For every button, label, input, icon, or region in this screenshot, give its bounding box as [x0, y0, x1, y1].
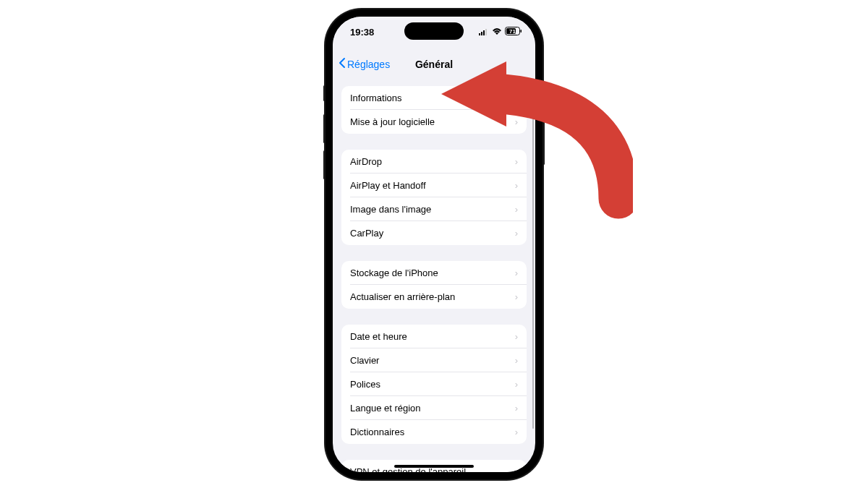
row-polices[interactable]: Polices › [341, 372, 527, 396]
svg-rect-0 [479, 33, 480, 35]
svg-text:71: 71 [509, 28, 516, 35]
chevron-right-icon: › [515, 156, 518, 167]
settings-group: Informations › Mise à jour logicielle › [341, 86, 527, 134]
row-informations[interactable]: Informations › [341, 86, 527, 110]
svg-rect-3 [485, 29, 487, 35]
volume-down-button [323, 150, 326, 179]
home-indicator[interactable] [394, 465, 474, 468]
row-airdrop[interactable]: AirDrop › [341, 150, 527, 174]
back-label: Réglages [347, 59, 390, 70]
chevron-left-icon [339, 57, 346, 71]
chevron-right-icon: › [515, 180, 518, 191]
row-label: Image dans l'image [350, 204, 431, 215]
chevron-right-icon: › [515, 267, 518, 278]
status-time: 19:38 [350, 27, 374, 38]
dynamic-island [404, 22, 464, 40]
row-label: Clavier [350, 355, 379, 366]
chevron-right-icon: › [515, 228, 518, 239]
row-label: AirDrop [350, 156, 382, 167]
scroll-indicator [532, 80, 534, 429]
row-label: Date et heure [350, 331, 407, 342]
row-dictionnaires[interactable]: Dictionnaires › [341, 420, 527, 444]
row-label: CarPlay [350, 228, 383, 239]
row-actualiser-arriere-plan[interactable]: Actualiser en arrière-plan › [341, 285, 527, 309]
screen: 19:38 71 Réglages Général [333, 17, 535, 472]
svg-rect-1 [481, 32, 482, 35]
row-carplay[interactable]: CarPlay › [341, 221, 527, 245]
mute-switch [323, 85, 326, 101]
chevron-right-icon: › [515, 116, 518, 127]
row-stockage-iphone[interactable]: Stockage de l'iPhone › [341, 261, 527, 285]
row-airplay-handoff[interactable]: AirPlay et Handoff › [341, 174, 527, 197]
svg-rect-2 [483, 30, 485, 35]
settings-content: Informations › Mise à jour logicielle › … [333, 80, 535, 472]
row-label: Polices [350, 379, 380, 390]
battery-icon: 71 [505, 27, 522, 38]
row-label: Stockage de l'iPhone [350, 267, 438, 278]
status-right: 71 [479, 27, 522, 38]
row-image-dans-image[interactable]: Image dans l'image › [341, 197, 527, 221]
row-langue-region[interactable]: Langue et région › [341, 396, 527, 420]
row-label: AirPlay et Handoff [350, 180, 426, 191]
power-button [542, 121, 545, 165]
chevron-right-icon: › [515, 466, 518, 472]
chevron-right-icon: › [515, 331, 518, 342]
row-label: Informations [350, 93, 402, 103]
iphone-frame: 19:38 71 Réglages Général [326, 9, 542, 479]
nav-bar: Réglages Général [333, 48, 535, 80]
settings-group: AirDrop › AirPlay et Handoff › Image dan… [341, 150, 527, 245]
row-clavier[interactable]: Clavier › [341, 348, 527, 372]
chevron-right-icon: › [515, 379, 518, 390]
chevron-right-icon: › [515, 427, 518, 437]
volume-up-button [323, 114, 326, 143]
page-title: Général [415, 59, 453, 70]
chevron-right-icon: › [515, 355, 518, 366]
settings-group: Stockage de l'iPhone › Actualiser en arr… [341, 261, 527, 309]
chevron-right-icon: › [515, 204, 518, 215]
row-label: Mise à jour logicielle [350, 116, 435, 127]
svg-rect-6 [521, 30, 522, 33]
chevron-right-icon: › [515, 403, 518, 414]
chevron-right-icon: › [515, 291, 518, 302]
settings-group: Date et heure › Clavier › Polices › Lang… [341, 325, 527, 444]
back-button[interactable]: Réglages [339, 57, 390, 71]
cellular-icon [479, 27, 489, 38]
row-label: Dictionnaires [350, 427, 404, 437]
row-mise-a-jour-logicielle[interactable]: Mise à jour logicielle › [341, 110, 527, 134]
row-label: Actualiser en arrière-plan [350, 291, 455, 302]
row-date-heure[interactable]: Date et heure › [341, 325, 527, 348]
row-label: Langue et région [350, 403, 421, 414]
wifi-icon [492, 27, 502, 38]
chevron-right-icon: › [515, 93, 518, 103]
